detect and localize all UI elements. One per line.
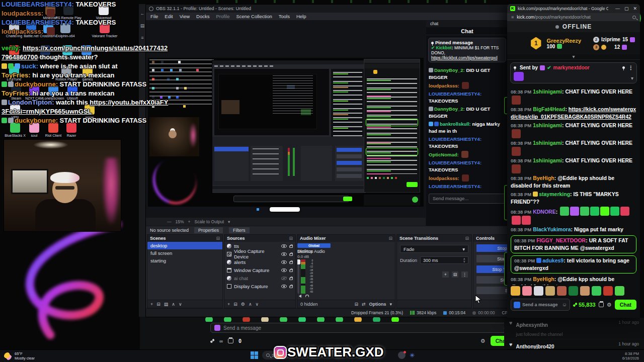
- sources-tool-button[interactable]: ∨: [255, 302, 259, 307]
- username[interactable]: 1shiinigami: [533, 157, 564, 163]
- duration-stepper[interactable]: ∧∨: [463, 258, 465, 263]
- pinned-username[interactable]: markynextdoor: [553, 65, 590, 70]
- username[interactable]: LOUIEBEARSHIESTY4: [429, 136, 481, 142]
- gear-icon[interactable]: ⚙: [480, 338, 486, 344]
- lock-icon[interactable]: [289, 278, 293, 280]
- quick-emote[interactable]: [557, 286, 567, 296]
- gift-leaderboard[interactable]: 1 GreezyReezy 100 2Iziprime 15 312: [507, 32, 640, 54]
- menu-item[interactable]: Scene Collection: [236, 14, 272, 19]
- chat-message[interactable]: LOUIEBEARSHIESTY4 TAKEOVERS: [429, 136, 506, 150]
- transition-kebab-button[interactable]: ⋮: [461, 271, 468, 278]
- search-icon[interactable]: [632, 16, 636, 19]
- kick-pinned-message[interactable]: Sent by ✔ markynextdoor ⋮ ▾: [510, 62, 637, 83]
- visibility-eye-icon[interactable]: [281, 285, 287, 288]
- menu-item[interactable]: Tools: [279, 14, 290, 19]
- follow-event[interactable]: ♥ Aphexsynthn just followed the channel …: [504, 318, 644, 339]
- properties-button[interactable]: Properties: [194, 227, 223, 234]
- source-item[interactable]: Video Capture Device: [224, 250, 295, 258]
- chat-message[interactable]: 08:38 PM1shiinigami CHAT FLYING OVER HER…: [511, 122, 636, 138]
- collapse-icon[interactable]: ⊟: [354, 302, 358, 307]
- sources-tool-button[interactable]: ⚙: [241, 302, 245, 307]
- window-control-button[interactable]: ▢: [624, 6, 629, 11]
- leader-1-name[interactable]: GreezyReezy: [547, 38, 582, 44]
- quick-emote[interactable]: [511, 286, 520, 296]
- visibility-eye-icon[interactable]: [281, 244, 287, 248]
- dock-popout-icon[interactable]: ⊟: [289, 236, 293, 241]
- taskbar-clock[interactable]: 8:38 PM 6/18/2026: [622, 351, 639, 360]
- chevron-down-icon[interactable]: ▾: [631, 75, 633, 81]
- dock-chat-input[interactable]: Send message...: [429, 194, 506, 204]
- username[interactable]: LOUIEBEARSHIESTY4: [429, 91, 481, 97]
- kebab-icon[interactable]: ⋮: [628, 65, 633, 70]
- source-item[interactable]: Display Capture: [224, 282, 295, 290]
- follower-name[interactable]: Aphexsynthn: [516, 322, 548, 328]
- chat-message[interactable]: 08:38 PM1shiinigami CHAT FLYING OVER HER…: [511, 88, 636, 105]
- scenes-tool-button[interactable]: ∧: [172, 302, 175, 307]
- username[interactable]: ByeHigh: [533, 175, 556, 181]
- source-item[interactable]: alerts: [224, 258, 295, 266]
- chat-message[interactable]: 08:38 PM1shiinigami CHAT FLYING OVER HER…: [511, 139, 636, 156]
- username[interactable]: LOUIEBEARSHIESTY4: [429, 160, 481, 165]
- control-button[interactable]: Stop Streaming: [476, 244, 508, 252]
- visibility-eye-icon[interactable]: [281, 252, 287, 256]
- username[interactable]: adukes9: [542, 257, 566, 263]
- speaker-icon[interactable]: [297, 295, 301, 298]
- control-button[interactable]: Studio Mode: [476, 276, 508, 284]
- chrome-titlebar[interactable]: K kick.com/popout/markynextdoor/chat - G…: [507, 4, 640, 13]
- chat-message[interactable]: LOUIEBEARSHIESTY4 TAKEOVERS: [429, 183, 506, 192]
- username[interactable]: BigFat4Head: [533, 106, 567, 112]
- url-text[interactable]: kick.com/popout/markynextdoor/chat: [517, 15, 591, 20]
- username[interactable]: BlackYukimora: [533, 226, 573, 232]
- chat-message[interactable]: bankrollskull nigga Marky had me in th: [429, 121, 506, 135]
- chat-message[interactable]: 08:38 PMadukes9 tell victoria to bring s…: [511, 255, 636, 274]
- username[interactable]: loudpacksss: [429, 83, 459, 88]
- username[interactable]: 1shiinigami: [533, 122, 564, 128]
- lock-icon[interactable]: [289, 261, 293, 264]
- gear-icon[interactable]: ⚙: [607, 302, 612, 308]
- menu-item[interactable]: View: [180, 14, 190, 19]
- zoom-out-button[interactable]: —: [167, 219, 172, 224]
- identity-badge-icon[interactable]: [514, 302, 520, 308]
- add-transition-button[interactable]: +: [442, 271, 449, 278]
- source-item[interactable]: Window Capture: [224, 266, 295, 274]
- control-button[interactable]: Settings: [476, 286, 508, 295]
- store-icon[interactable]: [228, 338, 233, 343]
- quick-emote[interactable]: [580, 286, 590, 296]
- leaderboard-collapse-chevron[interactable]: ▾: [507, 54, 640, 60]
- quick-emote[interactable]: [592, 286, 601, 296]
- chat-send-button[interactable]: Chat: [615, 300, 636, 310]
- obs-titlebar[interactable]: OBS 32.1.1 - Profile: Untitled - Scenes:…: [146, 5, 508, 13]
- username[interactable]: 1shiinigami: [533, 88, 564, 95]
- chat-dock-tab[interactable]: chat: [426, 21, 508, 27]
- visibility-eye-icon[interactable]: [281, 277, 287, 280]
- store-icon[interactable]: [599, 302, 604, 307]
- volume-slider[interactable]: [297, 259, 299, 294]
- quick-emote[interactable]: [603, 286, 613, 296]
- chat-message[interactable]: loudpacksss: [429, 174, 506, 182]
- tune-icon[interactable]: ≡: [511, 15, 514, 20]
- settings-flower-icon[interactable]: ✳: [410, 352, 415, 359]
- background-chat-input[interactable]: Send a message ☺: [210, 323, 512, 333]
- username[interactable]: KDNORE: [533, 209, 557, 215]
- visibility-eye-icon[interactable]: [281, 260, 287, 264]
- sources-tool-button[interactable]: ∧: [249, 302, 252, 307]
- dock-popout-icon[interactable]: ⊟: [465, 236, 469, 241]
- chat-message[interactable]: LOUIEBEARSHIESTY4 TAKEOVERS: [429, 159, 506, 173]
- scenes-tool-button[interactable]: ⊟: [156, 302, 160, 307]
- weather-widget[interactable]: 65°FMostly clear: [4, 351, 35, 360]
- channel-name[interactable]: Mic/Aux: [297, 249, 312, 254]
- chat-input[interactable]: Send a message ☺: [511, 299, 570, 311]
- start-button[interactable]: [251, 351, 258, 359]
- chat-message[interactable]: 08:38 PMFIGGY_NEXTDOOR UR A SOFT FAT BIT…: [511, 235, 636, 253]
- sources-tool-button[interactable]: +: [227, 302, 230, 307]
- headphones-icon[interactable]: [305, 295, 309, 297]
- username[interactable]: OpticNomad: [429, 152, 459, 157]
- quick-emote[interactable]: [522, 286, 532, 296]
- username[interactable]: FIGGY_NEXTDOOR: [536, 237, 588, 243]
- follow-event[interactable]: ♥ Anthonyjbro420 just followed the chann…: [504, 339, 644, 349]
- menu-item[interactable]: Profile: [216, 14, 230, 19]
- dock-pinned-message[interactable]: Pinned message ✔ Kickbot: MINIMUM $1 FOR…: [428, 38, 506, 62]
- username[interactable]: staymerking: [539, 191, 572, 197]
- quick-emote[interactable]: [534, 286, 543, 296]
- quick-emote[interactable]: [569, 286, 578, 296]
